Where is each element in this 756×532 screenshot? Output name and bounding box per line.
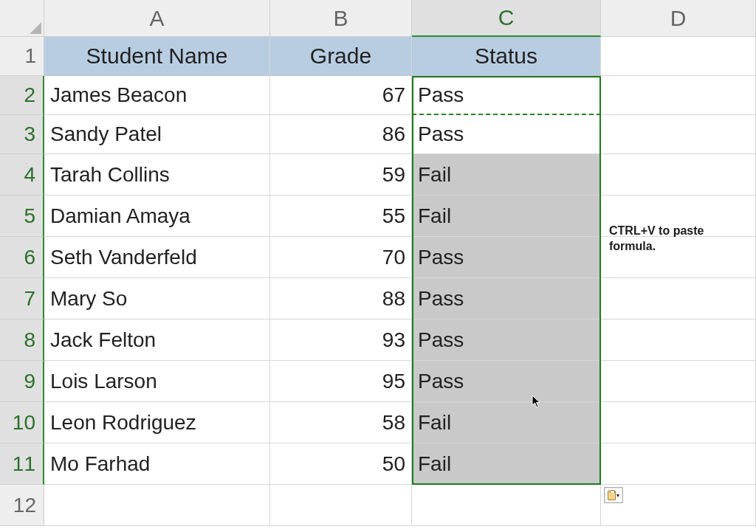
cell-D9[interactable] xyxy=(601,361,756,402)
cell-C12[interactable] xyxy=(412,485,601,526)
row-header-11[interactable]: 11 xyxy=(0,443,44,485)
cell-B5[interactable]: 55 xyxy=(270,196,412,237)
cell-A3[interactable]: Sandy Patel xyxy=(44,115,270,154)
cell-B11[interactable]: 50 xyxy=(270,443,412,485)
cell-B3[interactable]: 86 xyxy=(270,115,412,154)
cell-A6[interactable]: Seth Vanderfeld xyxy=(44,237,270,278)
cell-C9[interactable]: Pass xyxy=(412,361,601,402)
cell-C1[interactable]: Status xyxy=(412,37,601,76)
cell-B8[interactable]: 93 xyxy=(270,319,412,361)
cell-C5[interactable]: Fail xyxy=(412,196,601,237)
cell-A1[interactable]: Student Name xyxy=(44,37,270,76)
row-header-7[interactable]: 7 xyxy=(0,278,44,319)
column-headers: A B C D xyxy=(44,0,756,37)
cell-D7[interactable] xyxy=(601,278,756,319)
cell-C4[interactable]: Fail xyxy=(412,154,601,196)
cell-A9[interactable]: Lois Larson xyxy=(44,361,270,402)
cell-B4[interactable]: 59 xyxy=(270,154,412,196)
cell-A7[interactable]: Mary So xyxy=(44,278,270,319)
cell-B12[interactable] xyxy=(270,485,412,526)
cell-D1[interactable] xyxy=(601,37,756,76)
row-header-3[interactable]: 3 xyxy=(0,115,44,154)
spreadsheet-viewport[interactable]: A B C D 1 2 3 4 5 6 7 8 9 10 11 12 Stude… xyxy=(0,0,756,532)
cell-D4[interactable] xyxy=(601,154,756,196)
row-header-9[interactable]: 9 xyxy=(0,361,44,402)
cell-C3[interactable]: Pass xyxy=(412,115,601,154)
paste-options-button[interactable]: ▾ xyxy=(604,487,623,503)
cell-A12[interactable] xyxy=(44,485,270,526)
row-header-6[interactable]: 6 xyxy=(0,237,44,278)
select-all-icon xyxy=(30,22,41,34)
cell-A8[interactable]: Jack Felton xyxy=(44,319,270,361)
cell-D10[interactable] xyxy=(601,402,756,443)
row-headers: 1 2 3 4 5 6 7 8 9 10 11 12 xyxy=(0,37,44,526)
chevron-down-icon: ▾ xyxy=(616,492,619,499)
row-header-5[interactable]: 5 xyxy=(0,196,44,237)
cell-C11[interactable]: Fail xyxy=(412,443,601,485)
row-header-10[interactable]: 10 xyxy=(0,402,44,443)
cell-C10[interactable]: Fail xyxy=(412,402,601,443)
cell-D2[interactable] xyxy=(601,76,756,115)
grid: Student Name Grade Status James Beacon 6… xyxy=(44,37,756,526)
cell-C7[interactable]: Pass xyxy=(412,278,601,319)
col-header-D[interactable]: D xyxy=(601,0,756,37)
row-header-8[interactable]: 8 xyxy=(0,319,44,361)
cell-D12[interactable] xyxy=(601,485,756,526)
cell-D11[interactable] xyxy=(601,443,756,485)
cell-A11[interactable]: Mo Farhad xyxy=(44,443,270,485)
cell-B6[interactable]: 70 xyxy=(270,237,412,278)
cell-C2[interactable]: Pass xyxy=(412,76,601,115)
cell-D8[interactable] xyxy=(601,319,756,361)
cell-B9[interactable]: 95 xyxy=(270,361,412,402)
cell-A10[interactable]: Leon Rodriguez xyxy=(44,402,270,443)
row-header-4[interactable]: 4 xyxy=(0,154,44,196)
cell-B2[interactable]: 67 xyxy=(270,76,412,115)
cell-B10[interactable]: 58 xyxy=(270,402,412,443)
cell-C6[interactable]: Pass xyxy=(412,237,601,278)
col-header-B[interactable]: B xyxy=(270,0,412,37)
cell-A4[interactable]: Tarah Collins xyxy=(44,154,270,196)
cell-D3[interactable] xyxy=(601,115,756,154)
clipboard-icon xyxy=(608,491,616,500)
col-header-A[interactable]: A xyxy=(44,0,270,37)
annotation-text: CTRL+V to paste formula. xyxy=(609,224,749,255)
cell-A5[interactable]: Damian Amaya xyxy=(44,196,270,237)
cell-B7[interactable]: 88 xyxy=(270,278,412,319)
row-header-2[interactable]: 2 xyxy=(0,76,44,115)
col-header-C[interactable]: C xyxy=(412,0,601,37)
cell-B1[interactable]: Grade xyxy=(270,37,412,76)
row-header-1[interactable]: 1 xyxy=(0,37,44,76)
cell-A2[interactable]: James Beacon xyxy=(44,76,270,115)
cell-C8[interactable]: Pass xyxy=(412,319,601,361)
row-header-12[interactable]: 12 xyxy=(0,485,44,526)
select-all-corner[interactable] xyxy=(0,0,44,37)
